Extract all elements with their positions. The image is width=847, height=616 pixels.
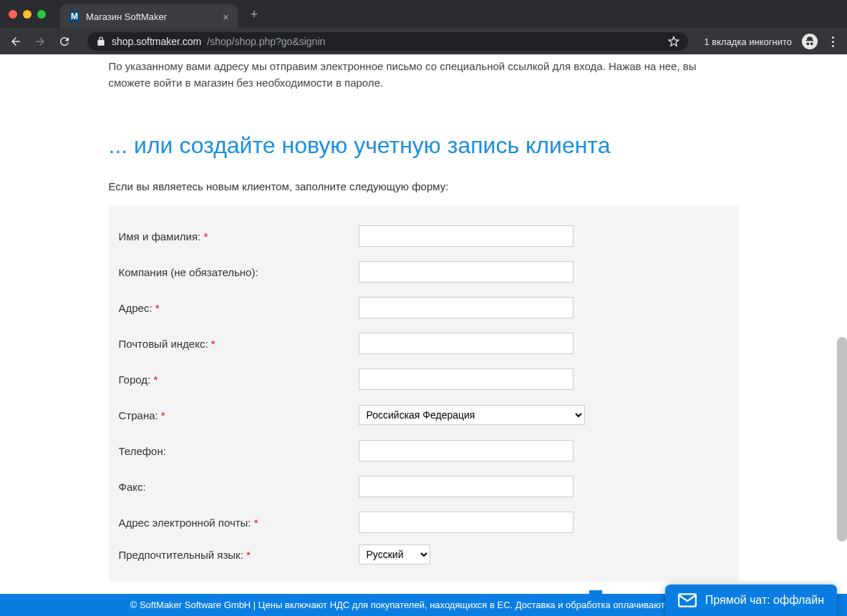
registration-form: Имя и фамилия: * Компания (не обязательн… <box>109 205 739 582</box>
close-window-button[interactable] <box>9 10 17 19</box>
fax-input[interactable] <box>359 476 573 497</box>
browser-menu-button[interactable] <box>828 36 838 47</box>
url-domain: shop.softmaker.com <box>112 36 201 47</box>
close-tab-icon[interactable]: × <box>223 11 229 23</box>
language-select[interactable]: Русский <box>359 544 430 564</box>
phone-label: Телефон: <box>119 445 359 457</box>
incognito-label: 1 вкладка инкогнито <box>704 36 792 47</box>
name-label: Имя и фамилия: * <box>119 230 359 243</box>
name-input[interactable] <box>359 225 573 247</box>
postcode-input[interactable] <box>359 333 573 354</box>
country-select[interactable]: Российская Федерация <box>359 405 585 425</box>
email-input[interactable] <box>359 512 573 533</box>
mail-icon <box>678 593 697 607</box>
back-button[interactable] <box>9 35 23 48</box>
create-account-heading: ... или создайте новую учетную запись кл… <box>109 132 739 159</box>
scrollbar-thumb[interactable] <box>837 337 847 542</box>
form-intro-text: Если вы являетесь новым клиентом, заполн… <box>109 180 739 192</box>
browser-toolbar: shop.softmaker.com/shop/shop.php?go&sign… <box>0 29 847 54</box>
live-chat-widget[interactable]: Прямой чат: оффлайн <box>665 585 837 616</box>
minimize-window-button[interactable] <box>23 10 32 19</box>
city-label: Город: * <box>119 373 359 386</box>
incognito-icon[interactable] <box>802 34 818 49</box>
company-label: Компания (не обязательно): <box>119 266 359 278</box>
reload-button[interactable] <box>57 35 72 48</box>
country-label: Страна: * <box>119 409 359 421</box>
city-input[interactable] <box>359 368 573 390</box>
site-favicon: M <box>69 11 80 22</box>
forward-button[interactable] <box>33 35 47 48</box>
browser-tab-bar: M Магазин SoftMaker × + <box>0 0 847 29</box>
browser-tab[interactable]: M Магазин SoftMaker × <box>60 4 238 29</box>
language-label: Предпочтительный язык: * <box>119 549 359 561</box>
magic-link-description: По указанному вами адресу мы отправим эл… <box>109 59 739 91</box>
window-controls <box>9 10 46 19</box>
new-tab-button[interactable]: + <box>251 7 258 22</box>
email-label: Адрес электронной почты: * <box>119 517 359 529</box>
postcode-label: Почтовый индекс: * <box>119 338 359 350</box>
company-input[interactable] <box>359 261 573 283</box>
maximize-window-button[interactable] <box>37 10 46 19</box>
chat-status-text: Прямой чат: оффлайн <box>705 594 824 607</box>
bookmark-icon[interactable] <box>668 36 679 47</box>
page-content: По указанному вами адресу мы отправим эл… <box>0 54 847 616</box>
address-input[interactable] <box>359 297 573 318</box>
address-bar[interactable]: shop.softmaker.com/shop/shop.php?go&sign… <box>87 32 688 51</box>
lock-icon <box>96 36 106 47</box>
phone-input[interactable] <box>359 440 573 461</box>
address-label: Адрес: * <box>119 302 359 314</box>
tab-title: Магазин SoftMaker <box>86 11 167 22</box>
url-path: /shop/shop.php?go&signin <box>207 36 325 47</box>
fax-label: Факс: <box>119 481 359 493</box>
